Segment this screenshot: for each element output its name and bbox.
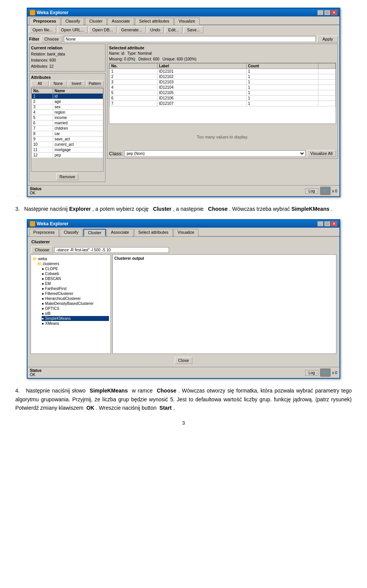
log-btn-1[interactable]: Log: [305, 188, 318, 194]
maximize-btn-1[interactable]: □: [324, 10, 330, 15]
table-row[interactable]: 1id: [32, 94, 103, 99]
tree-node-em[interactable]: ● EM: [42, 281, 109, 286]
table-row[interactable]: 2age: [32, 99, 103, 104]
save-btn[interactable]: Save...: [184, 26, 203, 33]
open-file-btn[interactable]: Open file...: [29, 26, 56, 33]
invert-btn[interactable]: Invert: [68, 81, 85, 86]
para3-bold2: Cluster: [153, 206, 171, 212]
status-label-1: Status: [30, 187, 42, 191]
remove-btn-row: Remove: [31, 173, 104, 180]
clusterer-option-input[interactable]: [54, 247, 169, 253]
all-btn[interactable]: All: [31, 81, 49, 86]
table-row[interactable]: 9save_act: [32, 137, 103, 142]
weka-window-1: Weka Explorer _ □ ✕ Preprocess Classify …: [27, 8, 340, 197]
table-row[interactable]: 11mortgage: [32, 147, 103, 153]
tree-node-weka[interactable]: 📁 weka: [32, 256, 109, 261]
class-select[interactable]: pep (Nom): [124, 150, 305, 157]
tree-node-filteredclusterer[interactable]: ● FilteredClusterer: [42, 291, 109, 296]
tree-subtree: 📁 clusterers ● CLOPE ● Cobweb ● DBSCAN ●…: [37, 261, 109, 326]
val-col-no: No.: [110, 64, 158, 69]
tree-clusterers-list: ● CLOPE ● Cobweb ● DBSCAN ● EM ● Farthes…: [42, 266, 109, 326]
tab-classify-2[interactable]: Classify: [60, 229, 83, 236]
table-row[interactable]: 10current_act: [32, 142, 103, 147]
table-row[interactable]: 3sex: [32, 104, 103, 110]
table-row: 3ID121031: [110, 80, 336, 85]
tree-node-cobweb[interactable]: ● Cobweb: [42, 271, 109, 276]
table-row[interactable]: 4region: [32, 110, 103, 115]
titlebar-controls-2: _ □ ✕: [317, 221, 337, 226]
undo-btn[interactable]: Undo: [147, 26, 164, 33]
tree-node-farthestfirst[interactable]: ● FarthestFirst: [42, 286, 109, 291]
para3-text4: . Wówczas trzeba wybrać: [229, 206, 290, 212]
tab-preprocess-1[interactable]: Preprocess: [29, 18, 60, 25]
para3-text1: Następnie naciśnij: [24, 206, 68, 212]
tree-node-clusterers[interactable]: 📁 clusterers: [37, 261, 109, 266]
tree-node-hierarchicalclusterer[interactable]: ● HierarchicalClusterer: [42, 296, 109, 301]
selected-attr-panel: Selected attribute Name: id Type: Nomina…: [107, 44, 338, 159]
close-btn-2[interactable]: ✕: [331, 221, 337, 226]
count-1: x 0: [332, 189, 337, 193]
generate-btn[interactable]: Generate...: [118, 26, 146, 33]
remove-btn[interactable]: Remove: [56, 173, 79, 180]
log-btn-2[interactable]: Log: [305, 370, 318, 376]
edit-btn[interactable]: Edit...: [165, 26, 182, 33]
para4-text4: . Wreszcie naciśnij button: [96, 405, 156, 411]
table-row[interactable]: 5income: [32, 115, 103, 121]
close-dialog-btn[interactable]: Close: [175, 357, 192, 364]
tab-cluster-2[interactable]: Cluster: [83, 229, 106, 236]
attributes-box: Attributes All None Invert Pattern No.: [29, 73, 106, 182]
cluster-option-row: Choose: [29, 245, 338, 254]
none-btn[interactable]: None: [49, 81, 67, 86]
table-row[interactable]: 8car: [32, 131, 103, 137]
para3-text5: .: [331, 206, 333, 212]
para4-text5: .: [173, 405, 175, 411]
tab-cluster-1[interactable]: Cluster: [85, 18, 107, 25]
tab-classify-1[interactable]: Classify: [61, 18, 84, 25]
status-left-2: Status OK: [30, 368, 42, 377]
tab-visualize-1[interactable]: Visualize: [174, 18, 200, 25]
tree-node-clope[interactable]: ● CLOPE: [42, 266, 109, 271]
minimize-btn-1[interactable]: _: [317, 10, 323, 15]
visualize-all-btn[interactable]: Visualize All: [307, 150, 336, 157]
value-table: No. Label Count 1ID121011: [109, 63, 336, 106]
table-row[interactable]: 7children: [32, 126, 103, 131]
paragraph-3: 3. Następnie naciśnij Explorer , a potem…: [15, 205, 352, 213]
titlebar-left-1: Weka Explorer: [30, 10, 68, 15]
status-bar-1: Status OK Log 🐦 x 0: [28, 185, 339, 196]
open-db-btn[interactable]: Open DB...: [89, 26, 116, 33]
tree-node-dbscan[interactable]: ● DBSCAN: [42, 276, 109, 281]
page-number: 3: [15, 420, 352, 426]
status-bar-2: Status OK Log 🐦 x 0: [28, 367, 339, 378]
tree-node-sib[interactable]: ● sIB: [42, 311, 109, 316]
tree-node-optics[interactable]: ● OPTICS: [42, 306, 109, 311]
close-btn-1[interactable]: ✕: [331, 10, 337, 15]
filter-choose-btn[interactable]: Choose: [41, 36, 62, 42]
tab-select-attributes-2[interactable]: Select attributes: [134, 229, 173, 236]
open-url-btn[interactable]: Open URL...: [57, 26, 88, 33]
filter-value: None: [64, 36, 316, 42]
step-4: 4.: [15, 388, 24, 394]
weka-window-2: Weka Explorer _ □ ✕ Preprocess Classify …: [27, 219, 340, 379]
attr-name: Name: id: [109, 51, 124, 55]
clusterer-output-panel: Clusterer output: [112, 254, 336, 354]
tree-node-makedensity[interactable]: ● MakeDensityBasedClusterer: [42, 301, 109, 306]
table-row[interactable]: 6married: [32, 121, 103, 126]
tab-visualize-2[interactable]: Visualize: [174, 229, 199, 236]
tab-preprocess-2[interactable]: Preprocess: [29, 229, 59, 236]
minimize-btn-2[interactable]: _: [317, 221, 323, 226]
tree-node-simplekmeans[interactable]: ● SimpleKMeans: [42, 316, 109, 321]
pattern-btn[interactable]: Pattern: [86, 81, 104, 86]
tab-select-attributes-1[interactable]: Select attributes: [135, 18, 174, 25]
attr-table-container[interactable]: No. Name 1id 2age: [31, 88, 104, 172]
tree-node-xmeans[interactable]: ● XMeans: [42, 321, 109, 326]
value-table-container[interactable]: No. Label Count 1ID121011: [109, 63, 336, 124]
clusterer-label: Clusterer: [29, 238, 338, 245]
maximize-btn-2[interactable]: □: [324, 221, 330, 226]
filter-apply-btn[interactable]: Apply: [317, 36, 338, 42]
val-col-bar: [318, 64, 336, 69]
tab-associate-2[interactable]: Associate: [107, 229, 133, 236]
tab-associate-1[interactable]: Associate: [107, 18, 134, 25]
table-row[interactable]: 12pep: [32, 153, 103, 158]
clusterer-choose-btn[interactable]: Choose: [31, 246, 53, 253]
titlebar-1: Weka Explorer _ □ ✕: [28, 9, 339, 16]
